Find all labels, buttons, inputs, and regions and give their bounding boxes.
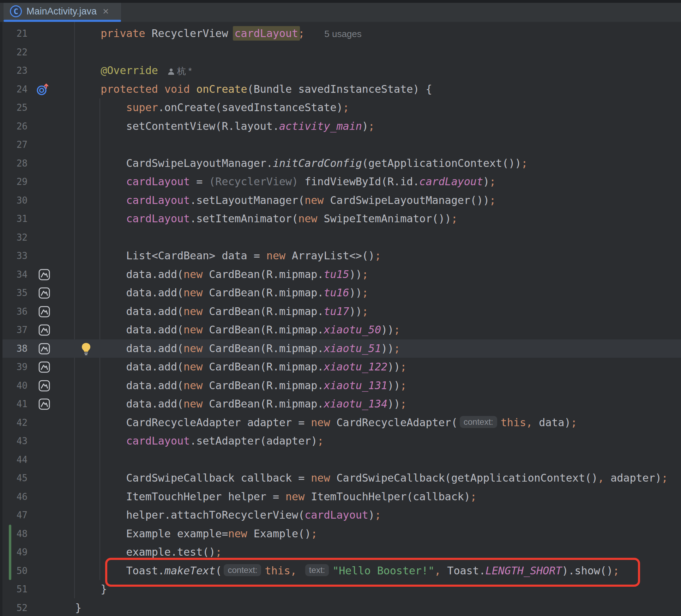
- code-line[interactable]: 30 cardLayout.setLayoutManager(new CardS…: [0, 191, 681, 210]
- code-text[interactable]: data.add(new CardBean(R.mipmap.xiaotu_50…: [75, 321, 400, 339]
- code-text[interactable]: cardLayout.setLayoutManager(new CardSwip…: [75, 191, 496, 210]
- line-number[interactable]: 38: [0, 339, 28, 358]
- code-text[interactable]: Toast.makeText(context:this, text:"Hello…: [75, 562, 619, 580]
- line-number[interactable]: 30: [0, 191, 28, 210]
- vcs-change-bar[interactable]: [9, 525, 11, 543]
- code-line[interactable]: 39 data.add(new CardBean(R.mipmap.xiaotu…: [0, 358, 681, 376]
- code-text[interactable]: helper.attachToRecyclerView(cardLayout);: [75, 506, 381, 525]
- code-text[interactable]: data.add(new CardBean(R.mipmap.xiaotu_12…: [75, 358, 406, 376]
- code-line[interactable]: 38 data.add(new CardBean(R.mipmap.xiaotu…: [0, 339, 681, 358]
- line-number[interactable]: 23: [0, 61, 28, 80]
- code-text[interactable]: CardRecycleAdapter adapter = new CardRec…: [75, 413, 577, 432]
- line-number[interactable]: 36: [0, 302, 28, 321]
- code-line[interactable]: 37 data.add(new CardBean(R.mipmap.xiaotu…: [0, 321, 681, 339]
- code-line[interactable]: 22: [0, 43, 681, 62]
- code-line[interactable]: 27: [0, 135, 681, 154]
- code-line[interactable]: 29 cardLayout = (RecyclerView) findViewB…: [0, 173, 681, 191]
- line-number[interactable]: 50: [0, 562, 28, 580]
- code-text[interactable]: cardLayout.setItemAnimator(new SwipeItem…: [75, 210, 458, 228]
- intention-bulb-icon[interactable]: [80, 342, 92, 356]
- line-number[interactable]: 25: [0, 98, 28, 117]
- code-line[interactable]: 46 ItemTouchHelper helper = new ItemTouc…: [0, 488, 681, 506]
- code-line[interactable]: 33 List<CardBean> data = new ArrayList<>…: [0, 247, 681, 265]
- code-text[interactable]: CardSwipeCallback callback = new CardSwi…: [75, 469, 668, 488]
- line-number[interactable]: 22: [0, 43, 28, 62]
- code-line[interactable]: 45 CardSwipeCallback callback = new Card…: [0, 469, 681, 488]
- line-number[interactable]: 52: [0, 599, 28, 616]
- line-number[interactable]: 21: [0, 24, 28, 43]
- code-line[interactable]: 44: [0, 451, 681, 469]
- code-line[interactable]: 24 protected void onCreate(Bundle savedI…: [0, 80, 681, 99]
- code-line[interactable]: 23 @Override杭 *: [0, 61, 681, 80]
- code-line[interactable]: 41 data.add(new CardBean(R.mipmap.xiaotu…: [0, 395, 681, 413]
- code-text[interactable]: }: [75, 580, 107, 599]
- line-number[interactable]: 34: [0, 265, 28, 284]
- image-preview-icon[interactable]: [38, 398, 50, 410]
- image-preview-icon[interactable]: [38, 287, 50, 299]
- code-text[interactable]: CardSwipeLayoutManager.initCardConfig(ge…: [75, 154, 528, 173]
- code-text[interactable]: }: [75, 599, 82, 616]
- line-number[interactable]: 49: [0, 543, 28, 562]
- image-preview-icon[interactable]: [38, 343, 50, 355]
- code-line[interactable]: 21 private RecyclerView cardLayout;5 usa…: [0, 24, 681, 43]
- code-text[interactable]: data.add(new CardBean(R.mipmap.tu16));: [75, 284, 368, 302]
- code-line[interactable]: 42 CardRecycleAdapter adapter = new Card…: [0, 413, 681, 432]
- line-number[interactable]: 33: [0, 247, 28, 265]
- code-text[interactable]: super.onCreate(savedInstanceState);: [75, 98, 349, 117]
- code-line[interactable]: 47 helper.attachToRecyclerView(cardLayou…: [0, 506, 681, 525]
- tab-mainactivity-java[interactable]: C MainActivity.java ×: [4, 3, 121, 20]
- code-line[interactable]: 43 cardLayout.setAdapter(adapter);: [0, 432, 681, 451]
- line-number[interactable]: 44: [0, 451, 28, 469]
- code-text[interactable]: List<CardBean> data = new ArrayList<>();: [75, 247, 381, 265]
- vcs-change-bar[interactable]: [9, 562, 11, 580]
- code-text[interactable]: ItemTouchHelper helper = new ItemTouchHe…: [75, 488, 477, 506]
- code-line[interactable]: 48 Example example=new Example();: [0, 525, 681, 543]
- image-preview-icon[interactable]: [38, 380, 50, 392]
- image-preview-icon[interactable]: [38, 324, 50, 336]
- code-text[interactable]: data.add(new CardBean(R.mipmap.tu17));: [75, 302, 368, 321]
- code-line[interactable]: 51 }: [0, 580, 681, 599]
- line-number[interactable]: 51: [0, 580, 28, 599]
- code-text[interactable]: example.test();: [75, 543, 222, 562]
- line-number[interactable]: 46: [0, 488, 28, 506]
- code-line[interactable]: 34 data.add(new CardBean(R.mipmap.tu15))…: [0, 265, 681, 284]
- code-text[interactable]: protected void onCreate(Bundle savedInst…: [75, 80, 432, 99]
- code-line[interactable]: 31 cardLayout.setItemAnimator(new SwipeI…: [0, 210, 681, 228]
- usages-inlay-hint[interactable]: 5 usages: [324, 29, 362, 39]
- line-number[interactable]: 31: [0, 210, 28, 228]
- code-text[interactable]: Example example=new Example();: [75, 525, 317, 543]
- code-text[interactable]: setContentView(R.layout.activity_main);: [75, 117, 375, 136]
- line-number[interactable]: 26: [0, 117, 28, 136]
- code-line[interactable]: 35 data.add(new CardBean(R.mipmap.tu16))…: [0, 284, 681, 302]
- line-number[interactable]: 42: [0, 413, 28, 432]
- line-number[interactable]: 29: [0, 173, 28, 191]
- image-preview-icon[interactable]: [38, 361, 50, 373]
- line-number[interactable]: 28: [0, 154, 28, 173]
- line-number[interactable]: 40: [0, 376, 28, 395]
- close-tab-icon[interactable]: ×: [103, 6, 109, 17]
- image-preview-icon[interactable]: [38, 306, 50, 318]
- code-text[interactable]: @Override杭 *: [75, 61, 192, 80]
- code-text[interactable]: private RecyclerView cardLayout;5 usages: [75, 24, 362, 43]
- code-text[interactable]: data.add(new CardBean(R.mipmap.xiaotu_51…: [75, 339, 400, 358]
- code-text[interactable]: cardLayout = (RecyclerView) findViewById…: [75, 173, 496, 191]
- line-number[interactable]: 24: [0, 80, 28, 99]
- line-number[interactable]: 48: [0, 525, 28, 543]
- code-line[interactable]: 40 data.add(new CardBean(R.mipmap.xiaotu…: [0, 376, 681, 395]
- code-text[interactable]: data.add(new CardBean(R.mipmap.xiaotu_13…: [75, 395, 406, 413]
- line-number[interactable]: 37: [0, 321, 28, 339]
- line-number[interactable]: 32: [0, 228, 28, 247]
- line-number[interactable]: 47: [0, 506, 28, 525]
- line-number[interactable]: 45: [0, 469, 28, 488]
- image-preview-icon[interactable]: [38, 268, 50, 281]
- code-text[interactable]: data.add(new CardBean(R.mipmap.tu15));: [75, 265, 368, 284]
- code-line[interactable]: 49 example.test();: [0, 543, 681, 562]
- code-line[interactable]: 26 setContentView(R.layout.activity_main…: [0, 117, 681, 136]
- line-number[interactable]: 35: [0, 284, 28, 302]
- code-text[interactable]: cardLayout.setAdapter(adapter);: [75, 432, 324, 451]
- code-editor[interactable]: 21 private RecyclerView cardLayout;5 usa…: [0, 22, 681, 616]
- code-line[interactable]: 36 data.add(new CardBean(R.mipmap.tu17))…: [0, 302, 681, 321]
- code-line[interactable]: 25 super.onCreate(savedInstanceState);: [0, 98, 681, 117]
- line-number[interactable]: 27: [0, 135, 28, 154]
- code-author-inlay[interactable]: 杭 *: [167, 66, 192, 76]
